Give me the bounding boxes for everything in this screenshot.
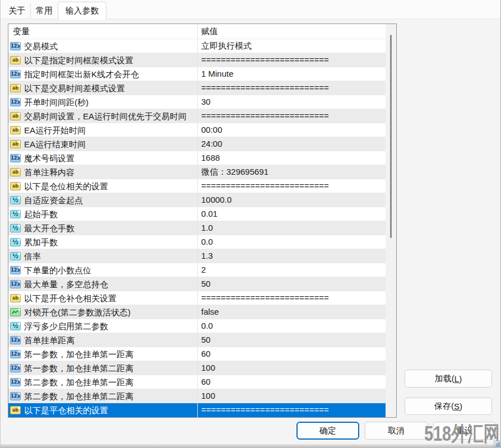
param-name-cell: ab以下是开仓补仓相关设置 <box>8 291 197 305</box>
param-row[interactable]: 123第二参数，加仓挂单第二距离100 <box>8 389 386 403</box>
param-row[interactable]: 123第一参数，加仓挂单第一距离60 <box>8 347 386 361</box>
tab-strip: 关于 常用 输入参数 <box>0 0 501 19</box>
param-name-cell: ab以下是仓位相关的设置 <box>8 179 197 193</box>
param-name-cell: 123第一参数，加仓挂单第二距离 <box>8 361 197 375</box>
param-value-cell[interactable]: 0.0 <box>198 235 386 249</box>
param-row[interactable]: 123魔术号码设置1688 <box>8 151 386 165</box>
param-type-str-icon: ab <box>10 182 21 190</box>
param-row[interactable]: 123最大单量，多空总持仓50 <box>8 277 386 291</box>
param-name-cell: ½自适应资金起点 <box>8 193 197 207</box>
param-row[interactable]: 123交易模式立即执行模式 <box>8 39 386 53</box>
param-name-label: 首单注释内容 <box>24 166 75 179</box>
param-row[interactable]: ½自适应资金起点10000.0 <box>8 193 386 207</box>
cancel-button[interactable]: 取消 <box>365 422 428 440</box>
param-row[interactable]: 123首单挂单距离50 <box>8 333 386 347</box>
param-value-cell[interactable]: 1 Minute <box>198 67 386 81</box>
param-row[interactable]: ab以下是指定时间框架模式设置=========================… <box>8 53 386 67</box>
param-name-cell: ½最大开仓手数 <box>8 221 197 235</box>
param-value-cell[interactable]: 0.01 <box>198 207 386 221</box>
param-row[interactable]: 123下单量的小数点位2 <box>8 263 386 277</box>
param-row[interactable]: 123第二参数，加仓挂单第一距离60 <box>8 375 386 389</box>
param-name-label: 第一参数，加仓挂单第一距离 <box>24 348 133 361</box>
param-name-label: 起始手数 <box>24 208 58 221</box>
param-value-cell[interactable]: 50 <box>198 277 386 291</box>
param-row[interactable]: 123指定时间框架出新K线才会开仓1 Minute <box>8 67 386 81</box>
param-row[interactable]: 123开单时间间距(秒)30 <box>8 95 386 109</box>
param-name-label: 最大单量，多空总持仓 <box>24 278 108 291</box>
param-value-cell[interactable]: 60 <box>198 375 386 389</box>
param-value-cell[interactable]: 100 <box>198 361 386 375</box>
param-value-cell[interactable]: 24:00 <box>198 137 386 151</box>
parameters-table: 变量 赋值 123交易模式立即执行模式ab以下是指定时间框架模式设置======… <box>8 24 397 418</box>
param-value-cell[interactable]: 00:00 <box>198 123 386 137</box>
param-name-cell: ½倍率 <box>8 249 197 263</box>
ok-button[interactable]: 确定 <box>296 422 359 440</box>
param-type-str-icon: ab <box>10 140 21 148</box>
param-row[interactable]: abEA运行开始时间00:00 <box>8 123 386 137</box>
param-value-cell[interactable]: 100 <box>198 389 386 403</box>
param-value-cell[interactable]: false <box>198 305 386 319</box>
save-button[interactable]: 保存(S) <box>405 398 492 415</box>
tab-input-parameters[interactable]: 输入参数 <box>58 2 106 20</box>
param-type-int-icon: 123 <box>10 350 21 358</box>
param-row[interactable]: ½最大开仓手数1.0 <box>8 221 386 235</box>
param-name-cell: ab交易时间设置，EA运行时间优先于交易时间 <box>8 109 197 123</box>
param-value-cell[interactable]: 30 <box>198 95 386 109</box>
param-type-int-icon: 123 <box>10 280 21 288</box>
param-type-dbl-icon: ½ <box>10 210 21 218</box>
reset-button[interactable]: 重设 <box>433 422 496 440</box>
param-row[interactable]: ½倍率1.3 <box>8 249 386 263</box>
param-row[interactable]: 对锁开仓(第二参数激活状态)false <box>8 305 386 319</box>
tab-common[interactable]: 常用 <box>31 4 58 18</box>
param-row[interactable]: ½浮亏多少启用第二参数0.0 <box>8 319 386 333</box>
param-row[interactable]: ab以下是仓位相关的设置========================== <box>8 179 386 193</box>
param-value-cell[interactable]: 10000.0 <box>198 193 386 207</box>
save-button-label-end: ) <box>460 402 462 411</box>
param-row[interactable]: ab以下是交易时间差模式设置========================== <box>8 81 386 95</box>
param-row[interactable]: ½累加手数0.0 <box>8 235 386 249</box>
param-value-cell[interactable]: 0.0 <box>198 319 386 333</box>
vertical-scrollbar[interactable] <box>386 24 396 417</box>
param-value-cell[interactable]: 60 <box>198 347 386 361</box>
param-value-cell[interactable]: ========================== <box>198 109 386 123</box>
param-type-dbl-icon: ½ <box>10 322 21 330</box>
param-value-cell[interactable]: 立即执行模式 <box>198 39 386 53</box>
param-value-cell[interactable]: ========================== <box>198 403 386 417</box>
param-row[interactable]: ab交易时间设置，EA运行时间优先于交易时间==================… <box>8 109 386 123</box>
param-value-cell[interactable]: 50 <box>198 333 386 347</box>
param-row[interactable]: ab以下是平仓相关的设置========================== <box>8 403 386 417</box>
tab-about[interactable]: 关于 <box>3 4 31 18</box>
param-name-label: 以下是仓位相关的设置 <box>24 180 108 193</box>
param-type-int-icon: 123 <box>10 42 21 50</box>
param-value-cell[interactable]: 2 <box>198 263 386 277</box>
param-name-cell: abEA运行结束时间 <box>8 137 197 151</box>
param-value-cell[interactable]: 1688 <box>198 151 386 165</box>
load-button[interactable]: 加载(L) <box>405 370 492 388</box>
param-value-cell[interactable]: ========================== <box>198 291 386 305</box>
param-row[interactable]: ab首单注释内容微信：329695691 <box>8 165 386 179</box>
param-name-label: 开单时间间距(秒) <box>24 96 89 109</box>
save-button-accel: S <box>454 402 460 411</box>
param-row[interactable]: 123第一参数，加仓挂单第二距离100 <box>8 361 386 375</box>
param-name-cell: 123下单量的小数点位 <box>8 263 197 277</box>
scrollbar-thumb[interactable] <box>390 35 392 238</box>
param-type-dbl-icon: ½ <box>10 252 21 260</box>
param-value-cell[interactable]: 1.0 <box>198 221 386 235</box>
param-value-cell[interactable]: ========================== <box>198 53 386 67</box>
param-value-cell[interactable]: 微信：329695691 <box>198 165 386 179</box>
param-value-cell[interactable]: ========================== <box>198 81 386 95</box>
param-value-cell[interactable]: ========================== <box>198 179 386 193</box>
load-button-label: 加载( <box>435 374 454 384</box>
param-type-int-icon: 123 <box>10 266 21 274</box>
param-row[interactable]: ab以下是开仓补仓相关设置========================== <box>8 291 386 305</box>
param-type-int-icon: 123 <box>10 378 21 386</box>
param-row[interactable]: ½起始手数0.01 <box>8 207 386 221</box>
param-name-label: 魔术号码设置 <box>24 152 75 165</box>
param-name-cell: 123最大单量，多空总持仓 <box>8 277 197 291</box>
param-name-label: 第二参数，加仓挂单第一距离 <box>24 376 133 389</box>
save-button-label: 保存( <box>434 401 454 412</box>
param-row[interactable]: abEA运行结束时间24:00 <box>8 137 386 151</box>
param-value-cell[interactable]: 1.3 <box>198 249 386 263</box>
param-name-label: 以下是指定时间框架模式设置 <box>24 54 133 67</box>
param-name-cell: 123魔术号码设置 <box>8 151 197 165</box>
